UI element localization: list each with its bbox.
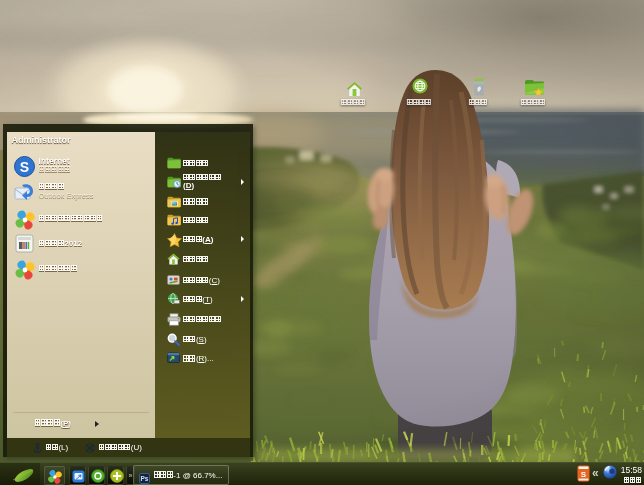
svg-text:Ps: Ps	[141, 475, 149, 482]
svg-text:S: S	[581, 470, 587, 479]
svg-text:S: S	[19, 158, 28, 174]
